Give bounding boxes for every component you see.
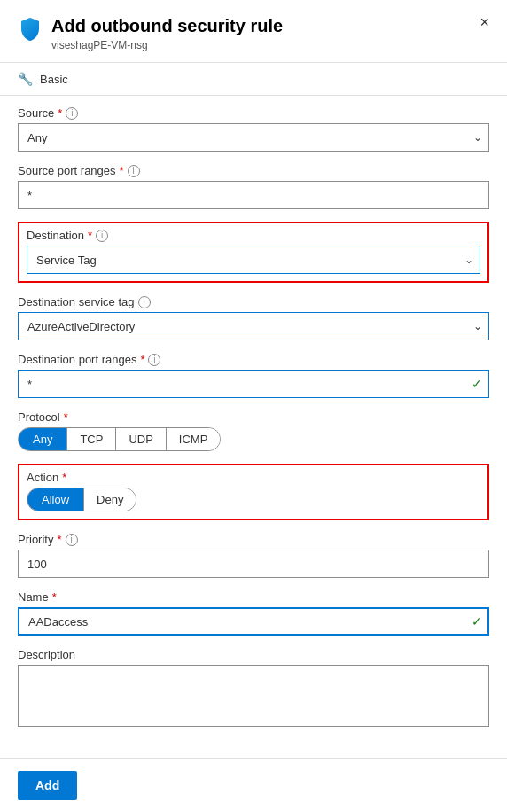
action-group: Action * Allow Deny [18, 464, 489, 520]
name-label: Name * [18, 590, 489, 604]
source-port-info-icon[interactable]: i [128, 165, 140, 177]
destination-port-input-wrapper: ✓ [18, 370, 489, 398]
panel: Add outbound security rule viseshagPE-VM… [0, 0, 507, 812]
page-title: Add outbound security rule [51, 14, 283, 37]
footer: Add [0, 758, 507, 812]
name-input[interactable] [18, 607, 489, 636]
source-required: * [58, 106, 62, 120]
basic-label: Basic [40, 73, 68, 86]
destination-port-label: Destination port ranges * i [18, 353, 489, 366]
destination-port-group: Destination port ranges * i ✓ [18, 353, 489, 398]
destination-port-input[interactable] [18, 370, 489, 398]
description-textarea[interactable] [18, 665, 489, 727]
destination-required: * [88, 229, 92, 242]
protocol-udp-button[interactable]: UDP [115, 428, 165, 450]
header-subtitle: viseshagPE-VM-nsg [51, 39, 283, 51]
destination-service-tag-label: Destination service tag i [18, 295, 489, 308]
action-toggle: Allow Deny [27, 488, 136, 511]
shield-icon [18, 16, 43, 41]
name-group: Name * ✓ [18, 590, 489, 636]
action-label: Action * [27, 471, 480, 484]
form-body: Source * i Any IP Addresses Service Tag … [0, 96, 507, 758]
destination-select-wrapper: Any IP Addresses Service Tag Application… [27, 246, 480, 274]
destination-info-icon[interactable]: i [96, 230, 108, 242]
protocol-toggle: Any TCP UDP ICMP [18, 427, 221, 451]
description-group: Description [18, 648, 489, 730]
source-select-wrapper: Any IP Addresses Service Tag Application… [18, 123, 489, 152]
destination-label: Destination * i [27, 229, 480, 242]
name-input-wrapper: ✓ [18, 607, 489, 636]
priority-required: * [57, 533, 61, 546]
wrench-icon: 🔧 [18, 72, 33, 86]
protocol-any-button[interactable]: Any [19, 428, 66, 450]
priority-group: Priority * i [18, 533, 489, 578]
destination-service-tag-info-icon[interactable]: i [138, 296, 151, 308]
source-label: Source * i [18, 106, 489, 120]
action-deny-button[interactable]: Deny [83, 488, 136, 511]
protocol-label: Protocol * [18, 410, 489, 424]
destination-port-required: * [140, 353, 144, 366]
protocol-tcp-button[interactable]: TCP [66, 428, 115, 450]
priority-info-icon[interactable]: i [66, 534, 78, 546]
action-required: * [62, 471, 66, 484]
source-port-group: Source port ranges * i [18, 164, 489, 209]
name-check-icon: ✓ [472, 614, 482, 629]
destination-service-tag-select[interactable]: AzureActiveDirectory Internet VirtualNet… [18, 312, 489, 340]
destination-service-tag-select-wrapper: AzureActiveDirectory Internet VirtualNet… [18, 312, 489, 340]
destination-group: Destination * i Any IP Addresses Service… [18, 222, 489, 283]
header: Add outbound security rule viseshagPE-VM… [0, 0, 507, 63]
source-info-icon[interactable]: i [66, 107, 78, 120]
source-port-label: Source port ranges * i [18, 164, 489, 177]
description-label: Description [18, 648, 489, 661]
basic-section: 🔧 Basic [0, 63, 507, 96]
action-allow-button[interactable]: Allow [27, 488, 83, 511]
destination-port-check-icon: ✓ [472, 377, 482, 391]
destination-port-info-icon[interactable]: i [148, 354, 160, 366]
protocol-group: Protocol * Any TCP UDP ICMP [18, 410, 489, 451]
destination-service-tag-group: Destination service tag i AzureActiveDir… [18, 295, 489, 340]
source-port-required: * [120, 164, 124, 177]
add-button[interactable]: Add [18, 771, 77, 800]
priority-label: Priority * i [18, 533, 489, 546]
protocol-icmp-button[interactable]: ICMP [166, 428, 221, 450]
priority-input[interactable] [18, 550, 489, 578]
source-port-input[interactable] [18, 181, 489, 209]
destination-select[interactable]: Any IP Addresses Service Tag Application… [27, 246, 480, 274]
protocol-required: * [64, 410, 68, 424]
close-button[interactable]: × [480, 14, 489, 30]
source-select[interactable]: Any IP Addresses Service Tag Application… [18, 123, 489, 152]
name-required: * [52, 590, 57, 604]
source-group: Source * i Any IP Addresses Service Tag … [18, 106, 489, 152]
